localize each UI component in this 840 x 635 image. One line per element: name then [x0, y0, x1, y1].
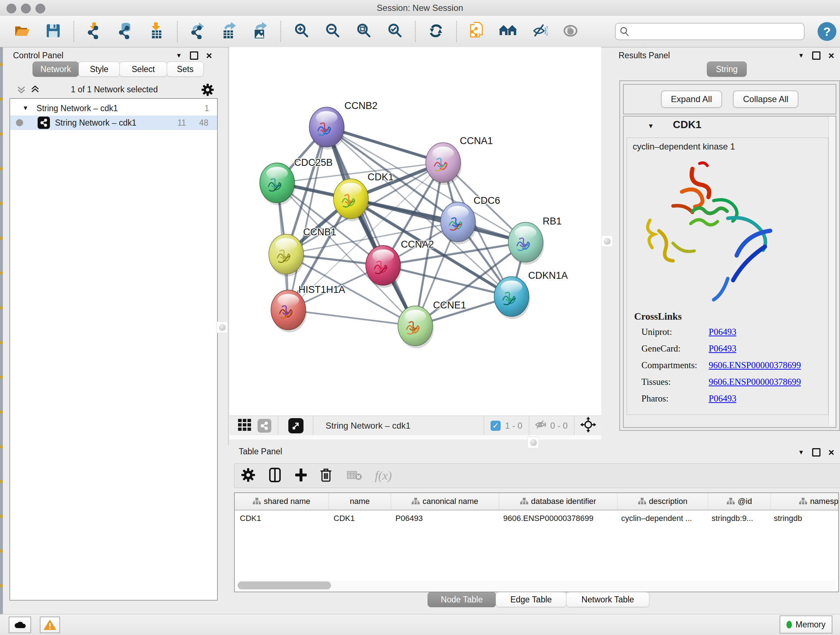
export-network-button[interactable] [182, 19, 213, 44]
search-input[interactable] [630, 27, 800, 36]
show-eye-button[interactable] [555, 19, 586, 44]
table-horizontal-scrollbar[interactable] [235, 581, 836, 590]
tab-sets[interactable]: Sets [167, 62, 204, 77]
table-panel-float-icon[interactable] [812, 448, 821, 456]
delete-column-trash-icon[interactable] [320, 467, 332, 484]
tab-network-table[interactable]: Network Table [566, 592, 649, 607]
application-window: Session: New Session ? Control Panel ▼ ×… [0, 0, 840, 635]
column-header-name[interactable]: name [329, 493, 391, 510]
column-header-canonical-name[interactable]: canonical name [391, 493, 499, 510]
network-node-CDK1[interactable] [333, 179, 369, 221]
warnings-button[interactable] [40, 616, 60, 633]
crosslink-link[interactable]: P06493 [709, 344, 736, 354]
network-row-selected[interactable]: String Network – cdk1 11 48 [10, 116, 217, 130]
show-columns-icon[interactable] [268, 467, 282, 485]
export-image-icon [252, 22, 268, 41]
network-edge[interactable] [288, 127, 327, 310]
crosslink-link[interactable]: P06493 [709, 327, 736, 337]
grid-view-icon[interactable] [237, 417, 252, 434]
table-cell: P06493 [390, 514, 498, 523]
control-panel-float-icon[interactable] [190, 51, 198, 60]
control-panel-close-icon[interactable]: × [206, 52, 212, 59]
save-session-button[interactable] [38, 19, 69, 44]
export-table-button[interactable] [213, 19, 245, 44]
collection-collapse-icon[interactable]: ▼ [22, 105, 28, 112]
network-edge[interactable] [288, 310, 415, 326]
table-row[interactable]: CDK1CDK1P064939606.ENSP00000378699cyclin… [235, 510, 838, 526]
function-builder-icon: f(x) [375, 469, 392, 483]
help-button[interactable]: ? [818, 22, 836, 41]
home-networks-button[interactable] [493, 19, 524, 44]
network-node-CCNA2[interactable] [366, 245, 401, 288]
cloud-button[interactable] [9, 616, 31, 633]
share-view-icon[interactable] [257, 419, 271, 432]
network-collection-row[interactable]: ▼ String Network – cdk1 1 [10, 101, 217, 116]
crosslink-link[interactable]: 9606.ENSP00000378699 [709, 360, 801, 371]
expand-all-button[interactable]: Expand All [661, 90, 722, 108]
import-table-button[interactable] [141, 19, 172, 44]
collapse-all-button[interactable]: Collapse All [733, 90, 798, 108]
crosslinks-heading: CrossLinks [634, 311, 682, 322]
hide-glasses-button[interactable] [524, 19, 555, 44]
results-panel-menu-icon[interactable]: ▼ [798, 52, 804, 59]
network-node-HIST1H1A[interactable] [271, 290, 307, 333]
network-node-CCNA1[interactable] [426, 143, 462, 185]
network-canvas[interactable]: CCNB2CCNA1CDC25BCDK1CDC6RB1CCNB1CCNA2CDK… [229, 47, 601, 416]
column-label: description [649, 497, 687, 506]
network-node-CDC6[interactable] [441, 202, 477, 244]
results-scrollbar[interactable] [829, 117, 835, 426]
column-header-database-identifier[interactable]: database identifier [499, 493, 617, 510]
node-label-RB1: RB1 [543, 216, 562, 226]
birds-eye-view-icon[interactable] [288, 418, 303, 433]
zoom-selected-button[interactable] [379, 19, 410, 44]
results-panel-float-icon[interactable] [812, 51, 821, 60]
results-panel-close-icon[interactable]: × [829, 52, 834, 59]
crosslink-link[interactable]: P06493 [709, 394, 736, 404]
gene-collapse-icon[interactable]: ▼ [647, 122, 654, 130]
tab-node-table[interactable]: Node Table [428, 592, 496, 607]
tab-string[interactable]: String [707, 62, 747, 77]
column-header-namespace[interactable]: namespace [771, 493, 839, 510]
table-panel-menu-icon[interactable]: ▼ [798, 449, 804, 456]
column-header-shared-name[interactable]: shared name [235, 493, 329, 510]
table-settings-gear-icon[interactable] [241, 468, 256, 484]
network-node-CCNB1[interactable] [269, 234, 305, 277]
control-panel-divider-grip[interactable] [216, 321, 228, 333]
import-network-button[interactable] [79, 19, 110, 44]
tab-network[interactable]: Network [33, 62, 79, 77]
node-label-CCNB2: CCNB2 [344, 100, 378, 111]
tab-style[interactable]: Style [79, 62, 120, 77]
memory-button[interactable]: Memory [780, 616, 832, 633]
network-edge[interactable] [327, 127, 415, 326]
network-node-CDKN1A[interactable] [494, 277, 530, 319]
export-image-button[interactable] [245, 19, 276, 44]
refresh-button[interactable] [420, 19, 452, 44]
search-box[interactable] [615, 23, 805, 40]
column-header-id[interactable]: @id [708, 493, 771, 510]
scrollbar-thumb[interactable] [238, 581, 331, 589]
network-node-CCNB2[interactable] [309, 107, 345, 149]
import-network-database-button[interactable] [110, 19, 141, 44]
table-panel-close-icon[interactable]: × [829, 449, 834, 456]
network-node-CCNE1[interactable] [398, 306, 434, 348]
zoom-out-button[interactable] [317, 19, 348, 44]
tab-select[interactable]: Select [119, 62, 167, 77]
hidden-eye-icon [534, 419, 547, 432]
import-file-share-button[interactable] [462, 19, 493, 44]
zoom-in-button[interactable] [286, 19, 317, 44]
fit-content-crosshair-icon[interactable] [580, 417, 596, 435]
network-options-gear-icon[interactable] [201, 83, 214, 98]
vertical-divider[interactable] [228, 47, 229, 445]
open-session-button[interactable] [6, 19, 38, 44]
zoom-fit-button[interactable] [348, 19, 379, 44]
tab-edge-table[interactable]: Edge Table [496, 592, 567, 607]
column-tree-icon [253, 497, 261, 505]
column-label: database identifier [531, 497, 596, 506]
column-header-description[interactable]: description [617, 493, 708, 510]
control-panel-menu-icon[interactable]: ▼ [176, 52, 182, 59]
add-column-icon[interactable] [294, 468, 308, 484]
network-node-RB1[interactable] [508, 222, 544, 264]
node-table[interactable]: shared namenamecanonical namedatabase id… [234, 492, 839, 592]
selected-checkbox-icon[interactable]: ✓ [491, 421, 501, 431]
crosslink-link[interactable]: 9606.ENSP00000378699 [709, 377, 801, 387]
